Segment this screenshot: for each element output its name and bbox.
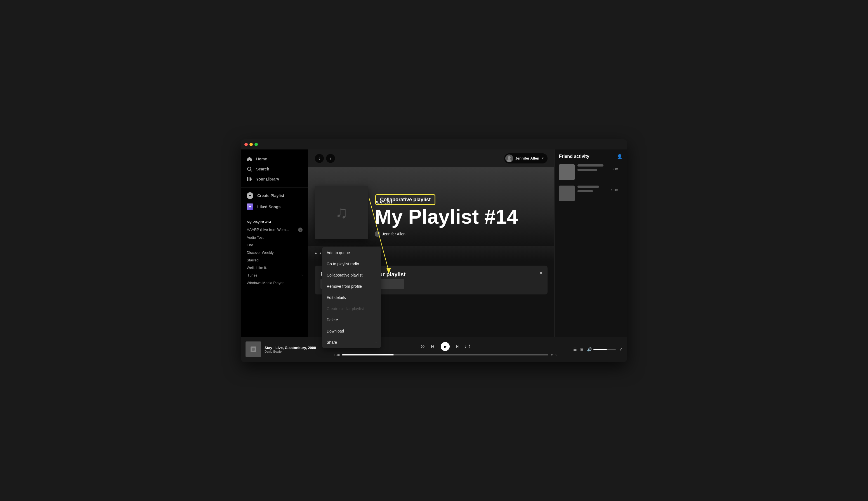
devices-button[interactable]: ⊞ (580, 347, 584, 352)
library-icon (246, 176, 252, 182)
next-button[interactable] (455, 344, 460, 349)
minimize-button[interactable] (250, 143, 253, 146)
playlist-hero: ♫ PLAYLIST My Playlist #14 Jennifer Alle… (308, 167, 554, 246)
playlist-item-name: iTunes (246, 273, 301, 277)
context-menu-delete[interactable]: Delete (322, 314, 381, 326)
topbar: ‹ › Jennifer Allen ▼ (308, 149, 554, 167)
now-playing: Stay - Live, Glastonbury, 2000 David Bow… (245, 341, 329, 357)
sidebar-playlist-audio-test[interactable]: Audio Test (243, 234, 306, 241)
svg-rect-3 (249, 177, 250, 181)
create-playlist-icon: + (246, 192, 253, 199)
sidebar-item-create-playlist[interactable]: + Create Playlist (243, 190, 306, 201)
queue-button[interactable]: ☰ (573, 347, 577, 352)
sidebar-playlist-starred[interactable]: Starred (243, 256, 306, 264)
person-icon[interactable]: 👤 (617, 154, 623, 159)
now-playing-info: Stay - Live, Glastonbury, 2000 David Bow… (265, 346, 316, 353)
music-note-icon: ♫ (335, 203, 348, 222)
context-menu-item-label: Download (327, 329, 344, 333)
total-time: 7:13 (551, 353, 557, 356)
playlist-item-name: Starred (246, 258, 303, 262)
context-menu-item-label: Add to queue (327, 250, 350, 255)
track-title: Stay - Live, Glastonbury, 2000 (265, 346, 316, 350)
volume-track[interactable] (593, 349, 616, 350)
sidebar-playlist-haarp[interactable]: HAARP (Live from Wem... ↓ (243, 226, 306, 234)
sidebar-item-library[interactable]: Your Library (243, 174, 306, 184)
playlist-item-name: Discover Weekly (246, 250, 303, 255)
progress-track[interactable] (342, 354, 548, 355)
friend-time-2: 13 hr (611, 185, 623, 201)
svg-rect-12 (459, 345, 459, 348)
context-menu-remove-from-profile[interactable]: Remove from profile (322, 281, 381, 292)
context-menu-go-to-playlist-radio[interactable]: Go to playlist radio (322, 258, 381, 269)
svg-marker-9 (432, 345, 434, 348)
sidebar-divider (244, 216, 305, 216)
context-menu-collaborative-playlist[interactable]: Collaborative playlist (322, 269, 381, 281)
sidebar-playlist-windows-media-player[interactable]: Windows Media Player (243, 279, 306, 287)
sidebar-playlist-well-i-like-it[interactable]: Well, I like it. (243, 264, 306, 271)
volume-icon[interactable]: 🔊 (587, 347, 592, 352)
playlist-item-name: HAARP (Live from Wem... (246, 227, 298, 232)
svg-line-1 (251, 170, 252, 171)
right-panel: Friend activity 👤 2 hr 13 hr (554, 149, 627, 337)
friend-item-2: 13 hr (554, 183, 627, 204)
sidebar-playlist-my-playlist-14[interactable]: My Playlist #14 (243, 218, 306, 226)
sidebar-playlist-eno[interactable]: Eno (243, 241, 306, 249)
sidebar-playlist-list: My Playlist #14 HAARP (Live from Wem... … (241, 217, 308, 337)
shuffle-button[interactable] (420, 344, 425, 349)
liked-songs-icon: ♥ (246, 203, 253, 210)
forward-button[interactable]: › (326, 154, 335, 163)
playlist-item-name: Audio Test (246, 235, 303, 239)
main-content: Home Search Your Library + (241, 149, 627, 337)
context-menu-item-label: Go to playlist radio (327, 262, 359, 266)
back-button[interactable]: ‹ (315, 154, 324, 163)
download-icon: ↓ (298, 227, 303, 232)
svg-marker-11 (456, 345, 458, 348)
context-menu-edit-details[interactable]: Edit details (322, 292, 381, 303)
svg-point-0 (248, 167, 251, 170)
close-recommend-button[interactable]: ✕ (539, 270, 543, 276)
sidebar: Home Search Your Library + (241, 149, 308, 337)
context-menu-item-label: Remove from profile (327, 284, 362, 289)
user-area[interactable]: Jennifer Allen ▼ (504, 153, 548, 163)
progress-fill (342, 354, 394, 355)
sidebar-item-home[interactable]: Home (243, 154, 306, 164)
context-menu-item-label: Collaborative playlist (327, 273, 362, 277)
friend-info (578, 185, 608, 201)
friend-activity-title: Friend activity (559, 154, 589, 159)
playlist-cover: ♫ (315, 186, 368, 239)
sidebar-nav: Home Search Your Library (241, 152, 308, 186)
context-menu-add-to-queue[interactable]: Add to queue (322, 247, 381, 258)
friend-thumbnail (559, 164, 575, 180)
callout-label: Collaborative playlist (380, 197, 431, 202)
context-menu-item-label: Create similar playlist (327, 307, 364, 311)
playlist-item-name: Eno (246, 243, 303, 247)
avatar (505, 154, 513, 162)
close-button[interactable] (244, 143, 248, 146)
repeat-button[interactable] (465, 344, 470, 349)
sidebar-playlist-discover-weekly[interactable]: Discover Weekly (243, 249, 306, 256)
context-menu-download[interactable]: Download (322, 326, 381, 337)
sidebar-item-liked-songs[interactable]: ♥ Liked Songs (243, 201, 306, 212)
chevron-down-icon: ▼ (541, 157, 544, 160)
playlist-owner: Jennifer Allen (375, 231, 548, 237)
user-name: Jennifer Allen (515, 156, 539, 160)
sidebar-item-library-label: Your Library (256, 177, 279, 181)
sidebar-item-search[interactable]: Search (243, 164, 306, 174)
player-extras: ☰ ⊞ 🔊 ⤢ (561, 347, 623, 352)
fullscreen-button[interactable]: ⤢ (619, 347, 623, 352)
home-icon (246, 156, 252, 162)
player-bar: Stay - Live, Glastonbury, 2000 David Bow… (241, 337, 627, 362)
play-pause-button[interactable]: ▶ (441, 342, 450, 351)
fullscreen-button[interactable] (254, 143, 258, 146)
context-menu-share[interactable]: Share › (322, 337, 381, 348)
app-window: Home Search Your Library + (241, 139, 627, 362)
callout-annotation: Collaborative playlist (375, 194, 436, 205)
artist-name: David Bowie (265, 350, 316, 353)
friend-info (578, 164, 610, 180)
title-bar (241, 139, 627, 149)
prev-button[interactable] (431, 344, 435, 349)
svg-point-6 (507, 159, 512, 162)
nav-buttons: ‹ › (315, 154, 335, 163)
volume-area: 🔊 (587, 347, 616, 352)
sidebar-playlist-itunes[interactable]: iTunes › (243, 271, 306, 279)
